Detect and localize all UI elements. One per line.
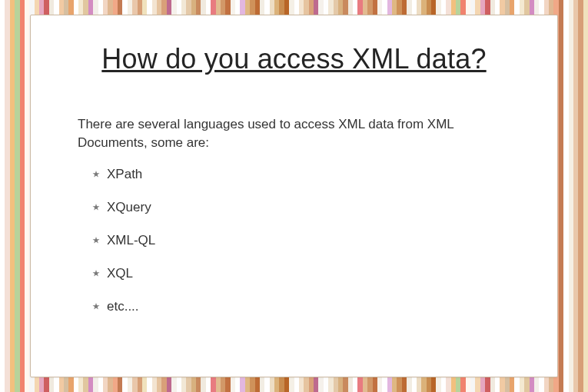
star-bullet-icon bbox=[91, 269, 101, 278]
star-bullet-icon bbox=[91, 203, 101, 212]
slide-intro-text: There are several languages used to acce… bbox=[78, 115, 516, 152]
list-item-label: etc.... bbox=[107, 299, 139, 314]
slide-card: How do you access XML data? There are se… bbox=[30, 15, 558, 377]
star-bullet-icon bbox=[91, 302, 101, 311]
list-item: etc.... bbox=[91, 299, 155, 314]
list-item: XQL bbox=[91, 266, 155, 281]
star-bullet-icon bbox=[91, 236, 101, 245]
list-item-label: XQuery bbox=[107, 200, 151, 215]
list-item-label: XQL bbox=[107, 266, 133, 281]
list-item: XQuery bbox=[91, 200, 155, 215]
slide-title: How do you access XML data? bbox=[31, 43, 557, 75]
list-item-label: XPath bbox=[107, 167, 142, 182]
star-bullet-icon bbox=[91, 170, 101, 179]
bullet-list: XPath XQuery XML-QL XQL etc.... bbox=[91, 167, 155, 332]
list-item: XML-QL bbox=[91, 233, 155, 248]
list-item: XPath bbox=[91, 167, 155, 182]
list-item-label: XML-QL bbox=[107, 233, 155, 248]
